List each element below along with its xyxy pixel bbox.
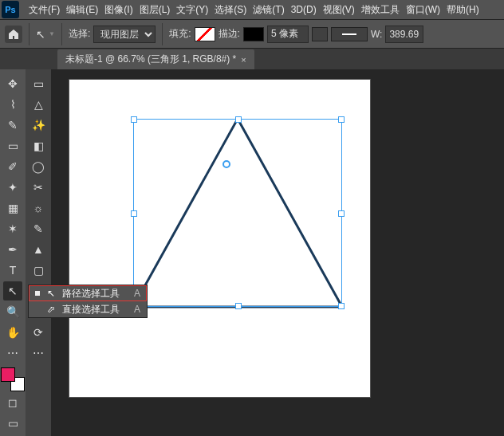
move-tool[interactable]: ✥	[3, 74, 22, 93]
dodge-tool[interactable]: ☼	[29, 198, 48, 218]
close-icon[interactable]: ×	[241, 55, 246, 65]
separator	[61, 23, 62, 45]
more-tool[interactable]: ⋯	[3, 344, 22, 363]
clone-tool[interactable]: ✶	[3, 219, 22, 238]
select-label: 选择:	[69, 27, 90, 41]
stroke-type-dropdown[interactable]	[312, 27, 328, 41]
menubar: Ps 文件(F) 编辑(E) 图像(I) 图层(L) 文字(Y) 选择(S) 滤…	[0, 0, 504, 20]
menu-plugins[interactable]: 增效工具	[358, 3, 403, 17]
color-swatches[interactable]	[1, 367, 25, 391]
fill-label: 填充:	[169, 27, 191, 41]
transform-handle-tr[interactable]	[338, 116, 345, 123]
width-input[interactable]	[385, 26, 423, 43]
tool-flyout-menu: ↖ 路径选择工具 A ⬀ 直接选择工具 A	[28, 285, 148, 318]
brush-tool[interactable]: ✎	[3, 116, 22, 135]
menu-file[interactable]: 文件(F)	[26, 3, 63, 17]
select-layer-dropdown[interactable]: 现用图层	[93, 26, 156, 43]
menu-filter[interactable]: 滤镜(T)	[250, 3, 287, 17]
stroke-style-dropdown[interactable]	[331, 27, 368, 41]
spot-heal-tool[interactable]: ✦	[3, 178, 22, 197]
quick-mask-toggle[interactable]: ◻	[3, 393, 22, 412]
transform-handle-tl[interactable]	[131, 116, 137, 123]
flyout-label: 直接选择工具	[62, 303, 124, 316]
menu-select[interactable]: 选择(S)	[211, 3, 250, 17]
menu-help[interactable]: 帮助(H)	[443, 3, 482, 17]
selected-indicator-icon	[35, 291, 40, 296]
arrow-cursor-icon: ↖	[36, 28, 45, 41]
canvas[interactable]	[69, 79, 371, 398]
type-tool[interactable]: T	[3, 261, 22, 280]
tool-panel-secondary: ▭△✨◧◯✂☼✎▲▢↖⟟⟳⋯	[26, 69, 51, 436]
fill-swatch[interactable]	[195, 27, 215, 41]
screen-mode-button[interactable]: ▭	[3, 414, 22, 433]
hand-tool[interactable]: ✋	[3, 323, 22, 342]
document-title: 未标题-1 @ 66.7% (三角形 1, RGB/8#) *	[65, 53, 236, 66]
document-tab[interactable]: 未标题-1 @ 66.7% (三角形 1, RGB/8#) * ×	[57, 49, 254, 69]
eraser-tool[interactable]: ◧	[29, 136, 48, 155]
menu-edit[interactable]: 编辑(E)	[63, 3, 101, 17]
foreground-color[interactable]	[1, 367, 15, 382]
direct-select-icon: ⬀	[46, 304, 56, 315]
pen-tool[interactable]: ✒	[3, 240, 22, 259]
gradient-tool[interactable]: ▭	[3, 136, 22, 155]
menu-type[interactable]: 文字(Y)	[173, 3, 211, 17]
flyout-label: 路径选择工具	[62, 287, 124, 300]
flyout-shortcut: A	[134, 288, 140, 299]
transform-handle-tm[interactable]	[235, 116, 242, 123]
zoom-tool[interactable]: 🔍	[3, 302, 22, 321]
stroke-width-input[interactable]	[267, 26, 309, 43]
transform-handle-br[interactable]	[338, 303, 345, 309]
path-select-icon: ↖	[46, 288, 56, 299]
app-logo: Ps	[2, 1, 19, 18]
tool-panel-primary: ✥⌇✎▭✐✦▦✶✒T↖🔍✋⋯◻▭	[0, 69, 26, 436]
flyout-shortcut: A	[134, 304, 140, 315]
frame-tool[interactable]: ▦	[3, 198, 22, 218]
separator	[29, 23, 30, 45]
eyedropper-tool[interactable]: ✐	[3, 157, 22, 176]
flyout-path-selection[interactable]: ↖ 路径选择工具 A	[29, 285, 147, 301]
crop-tool[interactable]: ✂	[29, 178, 48, 197]
home-icon	[7, 28, 20, 41]
stroke-label: 描边:	[219, 27, 240, 41]
artboard-tool[interactable]: ▢	[29, 261, 48, 280]
lasso-tool[interactable]: ⌇	[3, 95, 22, 114]
stroke-swatch[interactable]	[243, 27, 264, 41]
polygon-lasso-tool[interactable]: △	[29, 95, 48, 114]
separator	[162, 23, 163, 45]
menu-image[interactable]: 图像(I)	[101, 3, 136, 17]
options-bar: ↖ ▼ 选择: 现用图层 填充: 描边: W:	[0, 20, 504, 49]
shape-tool[interactable]: ▲	[29, 240, 48, 259]
menu-3d[interactable]: 3D(D)	[288, 4, 320, 15]
menu-view[interactable]: 视图(V)	[320, 3, 358, 17]
rotate-tool[interactable]: ⟳	[29, 323, 48, 342]
path-select-tool[interactable]: ↖	[3, 281, 22, 300]
transform-box[interactable]	[133, 119, 342, 307]
blur-tool[interactable]: ◯	[29, 157, 48, 176]
menu-window[interactable]: 窗口(W)	[403, 3, 443, 17]
transform-handle-bm[interactable]	[235, 303, 242, 309]
flyout-direct-selection[interactable]: ⬀ 直接选择工具 A	[29, 301, 147, 317]
transform-handle-ml[interactable]	[131, 210, 137, 217]
document-tabs: 未标题-1 @ 66.7% (三角形 1, RGB/8#) * ×	[0, 49, 504, 69]
transform-handle-mr[interactable]	[338, 210, 345, 217]
marquee-tool[interactable]: ▭	[29, 74, 48, 93]
edit-toolbar[interactable]: ⋯	[29, 344, 48, 363]
width-label: W:	[371, 29, 382, 40]
dropdown-caret-icon[interactable]: ▼	[49, 30, 55, 37]
pencil-tool[interactable]: ✎	[29, 219, 48, 238]
wand-tool[interactable]: ✨	[29, 116, 48, 135]
home-button[interactable]	[5, 26, 22, 43]
menu-layer[interactable]: 图层(L)	[136, 3, 174, 17]
transform-center[interactable]	[222, 160, 230, 168]
